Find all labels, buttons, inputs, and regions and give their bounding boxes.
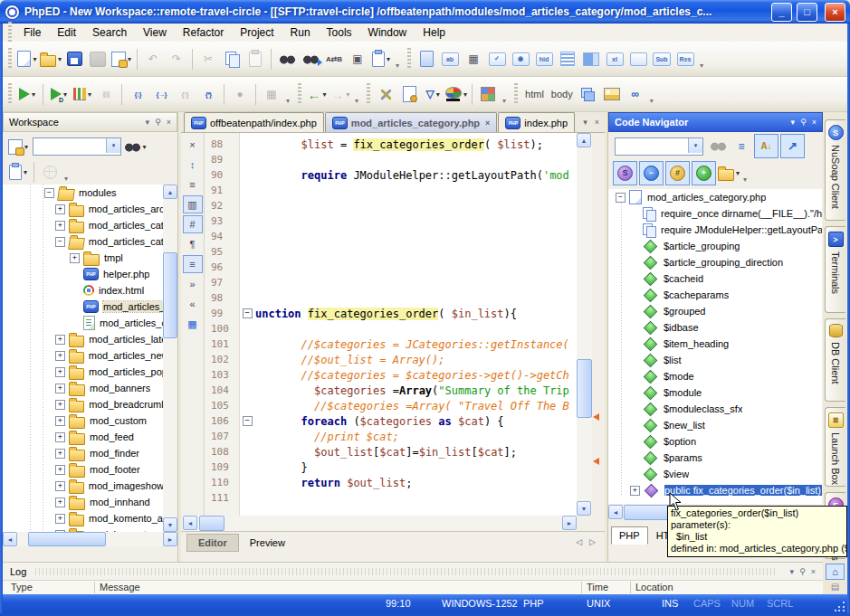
- navigator-item[interactable]: $moduleclass_sfx: [608, 401, 822, 417]
- navigate-forward-button[interactable]: →▾: [329, 82, 351, 106]
- expand-icon[interactable]: +: [55, 367, 65, 377]
- navigator-item-label[interactable]: $moduleclass_sfx: [664, 403, 742, 414]
- tree-item-label[interactable]: mod_innhand: [90, 497, 150, 507]
- toolbar-overflow-icon[interactable]: ▾: [286, 97, 290, 105]
- workspace-tree-item[interactable]: PHPmod_articles_c: [3, 299, 163, 315]
- close-button[interactable]: ×: [825, 3, 845, 22]
- workspace-tree-item[interactable]: −modules: [3, 185, 163, 201]
- expand-icon[interactable]: +: [55, 351, 65, 361]
- menu-run[interactable]: Run: [282, 24, 319, 41]
- expand-icon[interactable]: +: [55, 432, 65, 442]
- tree-item-label[interactable]: mod_feed: [90, 431, 134, 442]
- expand-icon[interactable]: +: [55, 514, 65, 524]
- navigator-item[interactable]: require_once dirname(__FILE__)."/h: [608, 205, 822, 222]
- workspace-tree-item[interactable]: +mod_articles_cate: [3, 217, 163, 233]
- navigator-item-label[interactable]: $params: [664, 452, 702, 463]
- stop-button[interactable]: ●: [229, 82, 251, 106]
- toolbar-overflow-icon[interactable]: ▾: [700, 62, 703, 70]
- goto-menu-button[interactable]: ≡: [183, 175, 203, 194]
- workspace-tree-item[interactable]: +mod_finder: [3, 445, 163, 461]
- navigator-item-label[interactable]: $article_grouping_direction: [664, 257, 783, 268]
- search-marker-icon[interactable]: [593, 458, 599, 465]
- run-in-debugger-dropdown-icon[interactable]: ▾: [63, 90, 67, 99]
- tree-item-label[interactable]: mod_articles_cate: [89, 220, 163, 231]
- tree-item-label[interactable]: mod_footer: [90, 464, 140, 475]
- fill-style-dropdown-icon[interactable]: ▾: [436, 90, 440, 99]
- redo-button[interactable]: ↷: [166, 47, 187, 71]
- expand-icon[interactable]: +: [55, 204, 65, 214]
- break-button[interactable]: ▦: [261, 82, 282, 106]
- toolbar-grip[interactable]: [407, 48, 411, 70]
- outdent-block-button[interactable]: «: [183, 295, 203, 313]
- toolbar-grip[interactable]: [8, 48, 12, 70]
- navigator-menu-icon[interactable]: ▾: [791, 118, 796, 127]
- expand-icon[interactable]: +: [70, 253, 80, 263]
- show-protected-button[interactable]: −: [639, 161, 664, 185]
- tree-item-label[interactable]: mod_articles_late: [89, 334, 163, 345]
- navigator-item-label[interactable]: $article_grouping: [664, 241, 740, 251]
- open-in-browser-button[interactable]: ▦: [183, 315, 203, 333]
- publish-to-server-button[interactable]: ▾: [110, 47, 132, 71]
- workspace-clipboard-dropdown-icon[interactable]: ▾: [24, 168, 27, 176]
- insert-link-button[interactable]: ∞: [625, 82, 646, 106]
- toggle-margin-button[interactable]: ▥: [183, 195, 203, 213]
- scroll-left-icon[interactable]: ◄: [3, 532, 17, 546]
- color-palette-button[interactable]: ▾: [445, 82, 467, 106]
- scroll-left-icon[interactable]: ◄: [608, 505, 623, 519]
- tab-close-icon[interactable]: ×: [485, 118, 490, 128]
- workspace-vscroll-thumb[interactable]: [163, 252, 177, 338]
- log-column-location[interactable]: Location: [635, 582, 673, 592]
- next-tab-icon[interactable]: ▷: [589, 537, 596, 546]
- workspace-publish-dropdown-icon[interactable]: ▾: [24, 143, 28, 151]
- tab-close-icon[interactable]: ×: [595, 118, 599, 127]
- tree-item-label[interactable]: mod_articles_arch: [89, 204, 163, 214]
- navigator-tab-php[interactable]: PHP: [611, 526, 648, 545]
- workspace-sync-button[interactable]: [39, 160, 61, 184]
- tree-item-label[interactable]: mod_articles_pop: [89, 366, 163, 377]
- log-pin-icon[interactable]: ⚲: [799, 567, 806, 576]
- scroll-left-icon[interactable]: ◄: [183, 516, 197, 530]
- menu-tools[interactable]: Tools: [319, 24, 360, 41]
- navigator-item[interactable]: $idbase: [608, 319, 822, 336]
- tree-item-label[interactable]: mod_custom: [90, 415, 147, 426]
- close-editor-pane-button[interactable]: ×: [183, 136, 203, 154]
- tree-item-label[interactable]: mod_banners: [90, 383, 150, 393]
- tree-item-label[interactable]: tmpl: [104, 252, 123, 263]
- expand-icon[interactable]: +: [55, 221, 65, 231]
- menu-grip[interactable]: [8, 22, 12, 43]
- insert-form-button[interactable]: [415, 47, 437, 71]
- workspace-tree-item[interactable]: +mod_innhand: [3, 494, 163, 510]
- track-cursor-button[interactable]: ↗: [780, 134, 805, 158]
- workspace-vscrollbar[interactable]: ▲ ▼: [163, 185, 177, 532]
- run-dropdown-icon[interactable]: ▾: [32, 90, 35, 99]
- editor-tab[interactable]: PHPmod_articles_category.php×: [325, 112, 498, 132]
- workspace-tree-item[interactable]: mod_articles_c: [3, 315, 163, 331]
- tab-preview[interactable]: Preview: [239, 535, 296, 551]
- save-button[interactable]: [63, 47, 85, 71]
- workspace-tree-item[interactable]: +mod_articles_late: [3, 331, 163, 347]
- indent-block-button[interactable]: »: [183, 275, 203, 293]
- find-next-button[interactable]: [300, 47, 321, 71]
- workspace-find-dropdown-icon[interactable]: ▾: [142, 143, 146, 151]
- workspace-menu-icon[interactable]: ▾: [146, 118, 150, 127]
- navigator-filter-combobox[interactable]: ▾: [615, 137, 703, 156]
- navigator-item[interactable]: $list: [608, 352, 822, 368]
- navigator-item[interactable]: $grouped: [608, 303, 822, 319]
- find-button[interactable]: [276, 47, 298, 71]
- insert-fieldset-button[interactable]: ▦: [463, 47, 484, 71]
- toolbar-grip[interactable]: [367, 83, 370, 105]
- paste-button[interactable]: [244, 47, 266, 71]
- show-paragraph-marks-button[interactable]: ¶: [183, 235, 203, 253]
- navigator-list-view-button[interactable]: ≡: [731, 135, 752, 158]
- code-editor[interactable]: 88 $list = fix_categories_order( $list);…: [205, 133, 577, 516]
- workspace-clipboard-button[interactable]: ▾: [7, 160, 29, 184]
- workspace-tree-item[interactable]: +mod_banners: [3, 380, 163, 396]
- tree-item-label[interactable]: mod_articles_c: [103, 301, 163, 312]
- show-private-button[interactable]: S: [613, 161, 637, 185]
- home-icon[interactable]: ⌂: [826, 564, 845, 580]
- editor-hscroll-thumb[interactable]: [199, 516, 224, 531]
- tab-editor[interactable]: Editor: [186, 534, 239, 552]
- expand-icon[interactable]: +: [55, 498, 65, 507]
- collapse-icon[interactable]: −: [55, 237, 65, 247]
- toolbar-grip[interactable]: [298, 83, 301, 105]
